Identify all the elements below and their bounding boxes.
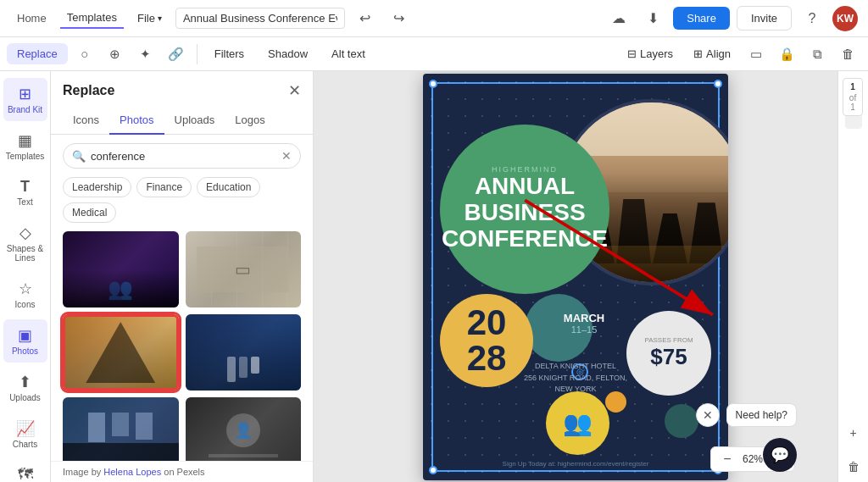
sidebar-item-templates[interactable]: ▦ Templates (3, 125, 47, 168)
photo-credit: Image by Helena Lopes on Pexels (51, 461, 313, 482)
poster-canvas: HIGHERMIND ANNUAL BUSINESS CONFERENCE 20… (423, 74, 728, 480)
tag-education[interactable]: Education (197, 177, 260, 197)
invite-button[interactable]: Invite (737, 6, 792, 30)
photo-item[interactable]: 👥 (63, 231, 179, 307)
zoom-value: 62% (740, 453, 765, 465)
adjust-icon[interactable]: ⊕ (102, 41, 129, 68)
left-sidebar: ⊞ Brand Kit ▦ Templates T Text ◇ Shapes … (0, 71, 51, 482)
uploads-icon: ⬆ (19, 373, 31, 391)
poster-teal-accent (665, 404, 698, 438)
photos-icon: ▣ (18, 326, 32, 345)
replace-button[interactable]: Replace (7, 43, 68, 64)
share-button[interactable]: Share (673, 7, 730, 30)
poster-main-circle: HIGHERMIND ANNUAL BUSINESS CONFERENCE (440, 125, 609, 294)
redo-button[interactable]: ↪ (386, 5, 413, 32)
tag-filters: Leadership Finance Education Medical (51, 177, 313, 231)
duplicate-icon[interactable]: ⧉ (804, 41, 831, 68)
sidebar-item-maps[interactable]: 🗺 Maps (3, 459, 47, 482)
replace-panel-title: Replace (63, 83, 114, 98)
sidebar-item-charts[interactable]: 📈 Charts (3, 413, 47, 456)
context-toolbar: Replace ○ ⊕ ✦ 🔗 Filters Shadow Alt text … (0, 37, 868, 71)
tab-photos[interactable]: Photos (109, 107, 164, 135)
cloud-icon[interactable]: ☁ (605, 5, 632, 32)
tab-icons[interactable]: Icons (63, 107, 109, 135)
chat-button[interactable]: 💬 (763, 438, 797, 472)
position-icon[interactable]: ▭ (743, 41, 770, 68)
sidebar-item-brand-kit[interactable]: ⊞ Brand Kit (3, 78, 47, 121)
photo-item[interactable]: ▭ (186, 231, 302, 307)
sidebar-item-text[interactable]: T Text (3, 171, 47, 213)
text-icon: T (20, 178, 30, 196)
poster-month: MARCH (564, 312, 604, 324)
shapes-icon: ◇ (19, 224, 31, 242)
sidebar-item-uploads[interactable]: ⬆ Uploads (3, 366, 47, 409)
poster-people-circle: 👥 (546, 391, 609, 455)
effects-icon[interactable]: ✦ (132, 41, 159, 68)
link-icon[interactable]: 🔗 (163, 41, 190, 68)
align-button[interactable]: ⊞ Align (685, 43, 739, 64)
sidebar-item-photos[interactable]: ▣ Photos (3, 319, 47, 363)
crop-icon[interactable]: ○ (71, 41, 98, 68)
filters-button[interactable]: Filters (204, 43, 254, 64)
tag-finance[interactable]: Finance (136, 177, 192, 197)
replace-panel-close-button[interactable]: ✕ (288, 81, 301, 100)
photo-item-selected[interactable] (63, 314, 179, 391)
shadow-button[interactable]: Shadow (258, 43, 318, 64)
tab-uploads[interactable]: Uploads (164, 107, 225, 135)
templates-tab[interactable]: Templates (60, 8, 124, 29)
charts-icon: 📈 (16, 419, 35, 438)
align-icon: ⊞ (693, 47, 703, 60)
avatar[interactable]: KW (832, 6, 858, 31)
layers-button[interactable]: ⊟ Layers (619, 43, 682, 64)
brand-kit-icon: ⊞ (19, 85, 31, 103)
document-title-input[interactable] (175, 8, 345, 29)
search-clear-button[interactable]: ✕ (281, 149, 292, 163)
photo-item[interactable] (186, 314, 302, 391)
help-icon[interactable]: ? (798, 5, 826, 32)
layers-icon: ⊟ (627, 47, 637, 60)
divider (197, 44, 198, 64)
search-icon: 🔍 (72, 150, 86, 163)
poster-passes-label: PASSES FROM (644, 336, 693, 344)
poster-signup: Sign Up Today at: highermind.com/event/r… (423, 460, 728, 468)
chat-icon: 💬 (771, 446, 789, 464)
undo-button[interactable]: ↩ (352, 5, 379, 32)
search-input[interactable] (91, 150, 276, 163)
poster-year: 20 (467, 305, 507, 341)
poster-price-circle: PASSES FROM $75 (626, 311, 711, 396)
search-box: 🔍 ✕ (63, 143, 301, 169)
lock-icon[interactable]: 🔒 (773, 41, 800, 68)
poster-day: 28 (467, 341, 507, 376)
tag-leadership[interactable]: Leadership (63, 177, 131, 197)
replace-panel-tabs: Icons Photos Uploads Logos (51, 107, 313, 135)
help-bubble: ✕ Need help? (696, 403, 797, 427)
poster-location: DELTA KNIGHT HOTEL 256 KNIGHT ROAD, FELT… (524, 361, 627, 396)
people-icon: 👥 (563, 409, 593, 437)
replace-panel-header: Replace ✕ (51, 71, 313, 107)
canvas-area[interactable]: HIGHERMIND ANNUAL BUSINESS CONFERENCE 20… (314, 71, 837, 482)
delete-page-button[interactable]: 🗑 (842, 455, 865, 479)
delete-icon[interactable]: 🗑 (834, 41, 861, 68)
photos-grid: 👥 ▭ (51, 231, 313, 461)
search-wrap: 🔍 ✕ (51, 135, 313, 177)
poster-date-circle: 20 28 (440, 294, 533, 387)
sidebar-item-icons[interactable]: ☆ Icons (3, 273, 47, 316)
chevron-down-icon: ▾ (158, 14, 162, 23)
home-tab[interactable]: Home (10, 8, 53, 28)
file-menu[interactable]: File ▾ (131, 8, 169, 28)
zoom-out-button[interactable]: − (718, 450, 737, 468)
photo-item[interactable]: 👤 (186, 397, 302, 461)
add-page-button[interactable]: + (842, 421, 865, 445)
download-button[interactable]: ⬇ (639, 5, 666, 32)
help-close-button[interactable]: ✕ (696, 403, 720, 427)
right-sidebar: ‹ 1 of 1 + 🗑 (837, 71, 868, 482)
alt-text-button[interactable]: Alt text (321, 43, 376, 64)
photo-item[interactable] (63, 397, 179, 461)
sidebar-item-shapes[interactable]: ◇ Shapes & Lines (3, 217, 47, 269)
templates-icon: ▦ (18, 131, 32, 150)
tag-medical[interactable]: Medical (63, 202, 116, 223)
author-link[interactable]: Helena Lopes (103, 467, 161, 477)
topbar: Home Templates File ▾ ↩ ↪ ☁ ⬇ Share Invi… (0, 0, 868, 37)
page-indicator: 1 of 1 (843, 78, 863, 116)
tab-logos[interactable]: Logos (225, 107, 275, 135)
